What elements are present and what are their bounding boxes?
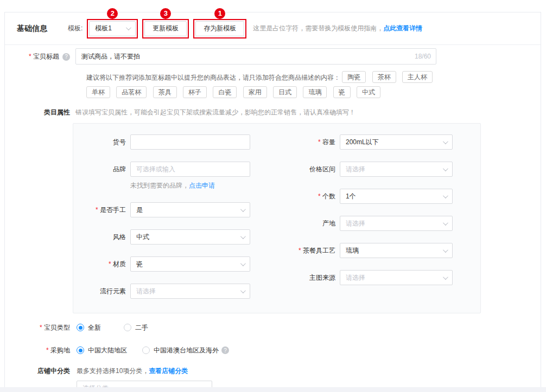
item-number-input[interactable]	[130, 134, 250, 150]
chevron-down-icon	[443, 247, 448, 253]
purchase-place-radio-group: 中国大陆地区 中国港澳台地区及海外 ?	[77, 346, 252, 355]
style-select-value: 中式	[136, 233, 149, 242]
radio-checked-icon[interactable]	[77, 324, 84, 331]
template-note: 这里是占位字符，需要替换为模板使用指南，点此查看详情	[253, 24, 422, 33]
style-select[interactable]: 中式	[130, 229, 250, 245]
field-row-main-image-source: 主图来源 请选择	[277, 270, 480, 285]
keyword-tag[interactable]: 茶杯	[372, 71, 396, 83]
annotation-badge-3: 3	[160, 8, 171, 19]
keyword-tag[interactable]: 杯子	[183, 86, 207, 98]
handmade-select[interactable]: 是	[130, 202, 250, 217]
item-type-radio-group: 全新 二手	[77, 323, 171, 332]
keyword-tag[interactable]: 单杯	[86, 86, 110, 98]
radio-option-mainland[interactable]: 中国大陆地区	[77, 346, 127, 355]
keyword-tag[interactable]: 白瓷	[213, 86, 237, 98]
material-select[interactable]: 瓷	[130, 256, 250, 272]
chevron-down-icon	[240, 207, 246, 212]
title-row: 宝贝标题? 18/60	[5, 48, 541, 65]
keyword-tag[interactable]: 品茗杯	[116, 86, 147, 98]
trend-select[interactable]: 请选择	[130, 284, 250, 299]
template-guide-link[interactable]: 点此查看详情	[383, 24, 422, 32]
chevron-down-icon	[443, 220, 448, 226]
keyword-tag[interactable]: 家用	[243, 86, 267, 98]
radio-option-label: 中国港澳台地区及海外	[154, 346, 219, 355]
origin-label: 产地	[277, 219, 335, 228]
keyword-tag[interactable]: 茶具	[153, 86, 177, 98]
view-store-categories-link[interactable]: 查看店铺分类	[149, 367, 188, 375]
char-counter: 18/60	[415, 53, 431, 60]
field-row-style: 风格 中式	[73, 229, 277, 245]
purchase-place-row: 采购地 中国大陆地区 中国港澳台地区及海外 ?	[5, 345, 541, 356]
field-row-price-range: 价格区间 请选择	[277, 162, 480, 177]
product-title-input[interactable]	[75, 48, 436, 65]
brand-input[interactable]	[130, 162, 250, 177]
count-label: 个数	[277, 192, 335, 201]
suggestion-lead-text: 建议将以下推荐词添加至标题中以提升您的商品表达，请只添加符合您商品描述的内容：	[86, 74, 340, 81]
radio-option-used[interactable]: 二手	[124, 323, 148, 332]
store-category-hint-text: 最多支持选择10项分类，	[77, 367, 149, 375]
chevron-down-icon	[443, 139, 448, 144]
purchase-place-label-text: 采购地	[46, 346, 70, 354]
brand-helper-text: 未找到需要的品牌，	[130, 182, 189, 189]
count-select-value: 1个	[346, 192, 356, 201]
keyword-tag[interactable]: 琉璃	[303, 86, 327, 98]
keyword-tag[interactable]: 中式	[357, 86, 380, 98]
chevron-down-icon	[240, 288, 246, 293]
price-range-select[interactable]: 请选择	[340, 162, 453, 177]
template-label: 模板:	[68, 24, 82, 33]
keyword-tag[interactable]: 日式	[273, 86, 297, 98]
brand-apply-link[interactable]: 点击申请	[189, 182, 215, 189]
help-icon[interactable]: ?	[221, 346, 229, 354]
keyword-tag[interactable]: 瓷	[333, 86, 351, 98]
main-image-source-select[interactable]: 请选择	[340, 270, 453, 285]
brand-label: 品牌	[73, 165, 126, 174]
field-row-origin: 产地 请选择	[277, 216, 480, 231]
annotation-badge-1: 1	[214, 8, 225, 19]
capacity-label: 容量	[277, 138, 335, 147]
category-attr-label: 类目属性	[5, 107, 70, 118]
chevron-down-icon	[443, 193, 448, 198]
chevron-down-icon	[240, 261, 246, 266]
count-select[interactable]: 1个	[340, 189, 453, 204]
material-label: 材质	[73, 260, 126, 269]
chevron-down-icon	[443, 274, 448, 280]
form-body: 宝贝标题? 18/60 建议将以下推荐词添加至标题中以提升您的商品表达，请只添加…	[5, 45, 541, 392]
origin-select[interactable]: 请选择	[340, 216, 453, 231]
store-category-label: 店铺中分类	[5, 365, 70, 376]
field-row-count: 个数 1个	[277, 189, 480, 204]
help-icon[interactable]: ?	[62, 53, 70, 61]
item-type-label-text: 宝贝类型	[40, 324, 70, 331]
section-title: 基础信息	[17, 24, 47, 34]
field-row-craft: 茶餐具工艺 琉璃	[277, 243, 480, 258]
title-input-wrap: 18/60	[75, 48, 436, 65]
radio-option-new[interactable]: 全新	[77, 323, 101, 332]
capacity-select[interactable]: 200mL以下	[340, 134, 453, 150]
brand-helper: 未找到需要的品牌，点击申请	[130, 181, 277, 190]
capacity-select-value: 200mL以下	[346, 138, 379, 147]
radio-option-hk-overseas[interactable]: 中国港澳台地区及海外 ?	[142, 346, 229, 355]
field-row-brand: 品牌 未找到需要的品牌，点击申请	[73, 162, 277, 190]
keyword-tag[interactable]: 主人杯	[402, 71, 433, 83]
radio-checked-icon[interactable]	[77, 346, 84, 354]
store-category-row: 店铺中分类 最多支持选择10项分类，查看店铺分类	[5, 365, 541, 376]
page-bottom-strip	[0, 387, 546, 392]
category-attr-row: 类目属性 错误填写宝贝属性，可能会引起宝贝下架或搜索流量减少，影响您的正常销售，…	[5, 107, 541, 118]
purchase-place-label: 采购地	[5, 345, 70, 356]
radio-option-label: 二手	[135, 323, 148, 332]
origin-placeholder: 请选择	[346, 219, 365, 228]
field-row-item-number: 货号	[73, 134, 277, 150]
radio-unchecked-icon[interactable]	[124, 324, 131, 331]
section-header: 基础信息 模板: 2 模板1 3 更新模板 1 存为新模板 这里是占位字符，需要…	[5, 12, 541, 45]
keyword-tag[interactable]: 陶瓷	[342, 71, 366, 83]
save-new-template-button[interactable]: 存为新模板	[195, 21, 244, 36]
price-range-label: 价格区间	[277, 165, 335, 174]
category-warning: 错误填写宝贝属性，可能会引起宝贝下架或搜索流量减少，影响您的正常销售，请认真准确…	[75, 107, 355, 118]
update-template-button[interactable]: 更新模板	[144, 21, 187, 36]
attributes-right-column: 容量 200mL以下 价格区间 请选择	[277, 134, 480, 311]
main-image-source-placeholder: 请选择	[346, 273, 365, 282]
radio-unchecked-icon[interactable]	[142, 346, 150, 354]
radio-option-label: 全新	[88, 323, 101, 332]
craft-select[interactable]: 琉璃	[340, 243, 453, 258]
field-row-handmade: 是否手工 是	[73, 202, 277, 217]
template-select[interactable]: 模板1	[89, 21, 136, 36]
